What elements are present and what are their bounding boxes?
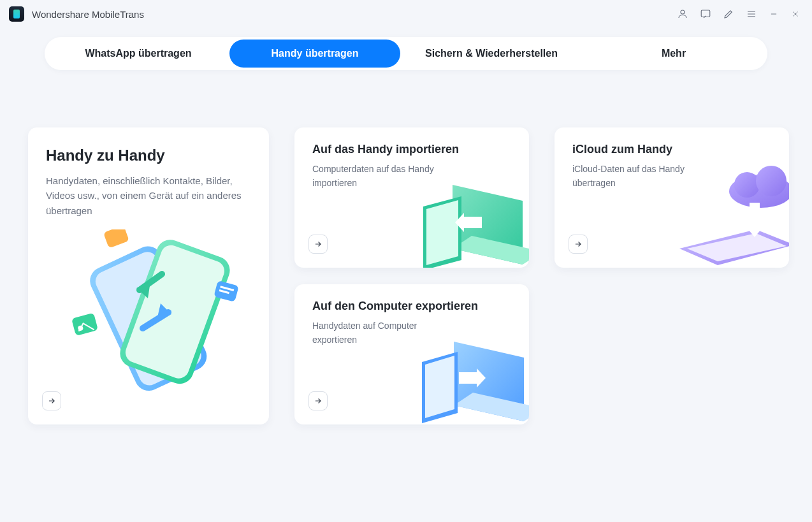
card-action-arrow[interactable] xyxy=(42,391,61,410)
cloud-phone-icon xyxy=(674,166,789,268)
card-action-arrow[interactable] xyxy=(569,235,588,254)
svg-rect-25 xyxy=(750,203,760,223)
card-title: Auf den Computer exportieren xyxy=(312,300,511,313)
app-logo-icon xyxy=(9,6,24,22)
tabs: WhatsApp übertragen Handy übertragen Sic… xyxy=(45,37,767,70)
user-icon[interactable] xyxy=(677,8,688,20)
svg-rect-18 xyxy=(464,217,482,228)
laptop-phone-import-icon xyxy=(414,166,529,268)
feedback-icon[interactable] xyxy=(700,8,711,20)
tab-phone-transfer[interactable]: Handy übertragen xyxy=(229,40,400,68)
menu-icon[interactable] xyxy=(746,8,757,20)
tabs-container: WhatsApp übertragen Handy übertragen Sic… xyxy=(0,37,812,70)
svg-point-23 xyxy=(734,172,760,198)
card-desc: Handydaten, einschließlich Kontakte, Bil… xyxy=(46,173,250,218)
card-title: Auf das Handy importieren xyxy=(312,143,511,156)
window-close-icon[interactable] xyxy=(790,9,801,19)
content-grid: Handy zu Handy Handydaten, einschließlic… xyxy=(0,70,812,424)
svg-rect-8 xyxy=(103,229,129,248)
tab-more[interactable]: Mehr xyxy=(583,40,765,68)
svg-rect-1 xyxy=(701,10,710,17)
titlebar-right xyxy=(677,8,801,20)
card-export-to-computer[interactable]: Auf den Computer exportieren Handydaten … xyxy=(294,284,529,424)
titlebar: Wondershare MobileTrans xyxy=(0,0,812,28)
phones-illustration-icon xyxy=(66,229,245,395)
svg-marker-30 xyxy=(425,356,454,418)
titlebar-left: Wondershare MobileTrans xyxy=(9,6,144,22)
svg-point-24 xyxy=(756,166,787,196)
svg-rect-31 xyxy=(459,372,477,384)
svg-point-0 xyxy=(681,10,685,14)
svg-marker-17 xyxy=(426,200,458,265)
card-title: Handy zu Handy xyxy=(46,147,251,164)
tab-whatsapp[interactable]: WhatsApp übertragen xyxy=(47,40,229,68)
card-phone-to-phone[interactable]: Handy zu Handy Handydaten, einschließlic… xyxy=(28,127,269,424)
tab-backup-restore[interactable]: Sichern & Wiederherstellen xyxy=(400,40,583,68)
card-action-arrow[interactable] xyxy=(308,391,328,410)
card-icloud-to-phone[interactable]: iCloud zum Handy iCloud-Daten auf das Ha… xyxy=(555,127,789,268)
window-minimize-icon[interactable] xyxy=(769,9,779,19)
card-action-arrow[interactable] xyxy=(308,235,328,254)
card-title: iCloud zum Handy xyxy=(572,143,771,156)
phone-laptop-export-icon xyxy=(414,323,529,424)
edit-icon[interactable] xyxy=(723,8,734,20)
app-title: Wondershare MobileTrans xyxy=(32,9,144,20)
card-import-to-phone[interactable]: Auf das Handy importieren Computerdaten … xyxy=(294,127,529,268)
